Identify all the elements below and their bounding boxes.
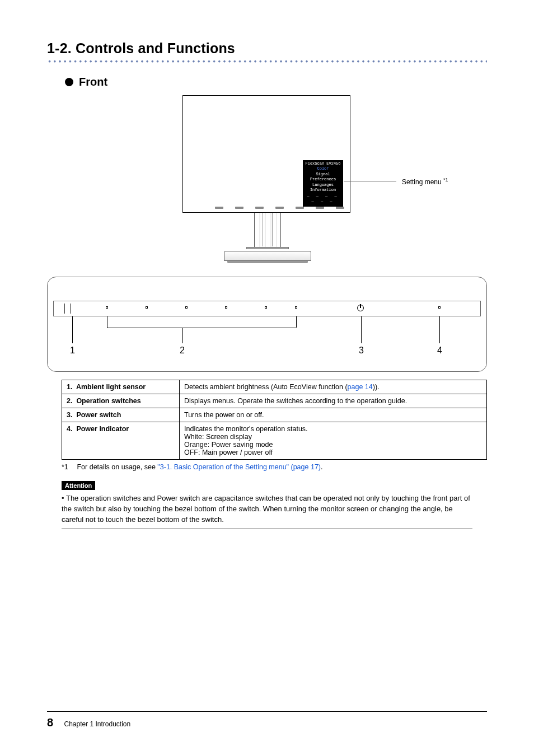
osd-item: Languages [305, 183, 341, 188]
bullet-icon [65, 78, 73, 86]
subsection-heading: Front [79, 76, 107, 88]
operation-switch-icon [146, 306, 148, 309]
page-footer: 8 Chapter 1 Introduction [47, 711, 487, 729]
row-desc-line: Orange: Power saving mode [184, 441, 482, 449]
ambient-light-sensor-icon [57, 302, 73, 315]
row-num: 2. [67, 397, 72, 405]
row-desc: Turns the power on or off. [180, 408, 487, 422]
osd-item: Signal [305, 172, 341, 177]
callout-number: 2 [180, 346, 185, 356]
callout-line [182, 328, 183, 343]
operation-switch-icon [185, 306, 188, 309]
callout-number: 3 [359, 346, 364, 356]
osd-item: Preferences [305, 177, 341, 182]
osd-callout-sup: *1 [443, 177, 448, 183]
row-name: Power switch [76, 411, 121, 419]
page-link[interactable]: page 14 [348, 383, 373, 391]
dotted-divider [47, 59, 487, 63]
table-row: 3. Power switch Turns the power on or of… [62, 408, 487, 422]
chapter-name: Chapter 1 Introduction [64, 720, 130, 728]
callout-line [107, 316, 107, 328]
footnote-text: . [321, 463, 322, 471]
callout-line [439, 316, 440, 343]
callout-number: 1 [70, 346, 75, 356]
osd-item: Color [305, 166, 341, 171]
monitor-stand [224, 251, 311, 261]
bezel-figure: 1 2 3 4 [47, 277, 487, 372]
row-name: Power indicator [76, 425, 129, 433]
row-desc: Detects ambient brightness (Auto EcoView… [184, 383, 348, 391]
row-num: 3. [67, 411, 72, 419]
monitor-outline: FlexScan EV2456 Color Signal Preferences… [182, 95, 350, 213]
section-heading: 1-2. Controls and Functions [47, 40, 487, 57]
power-indicator-icon [438, 306, 441, 309]
power-switch-icon [357, 305, 364, 311]
osd-item: Information [305, 188, 341, 193]
monitor-stand-foot [227, 261, 308, 263]
row-desc-line: Indicates the monitor's operation status… [184, 425, 482, 433]
osd-bottom-row: — — — — — — — [305, 194, 341, 205]
osd-callout-label: Setting menu *1 [402, 177, 448, 186]
controls-table: 1. Ambient light sensor Detects ambient … [62, 380, 487, 460]
row-num: 4. [67, 425, 72, 433]
table-row: 1. Ambient light sensor Detects ambient … [62, 380, 487, 394]
row-desc-line: White: Screen display [184, 433, 482, 441]
row-name: Operation switches [76, 397, 140, 405]
row-name: Ambient light sensor [76, 383, 146, 391]
row-desc: Displays menus. Operate the switches acc… [180, 394, 487, 408]
callout-line [107, 328, 296, 328]
attention-label: Attention [62, 481, 95, 490]
footnote: *1 For details on usage, see "3-1. Basic… [62, 463, 487, 471]
attention-body: The operation switches and Power switch … [62, 493, 472, 529]
operation-switch-icon [225, 306, 227, 309]
row-desc-line: OFF: Main power / power off [184, 449, 482, 456]
callout-number: 4 [437, 346, 442, 356]
callout-line [361, 316, 362, 343]
table-row: 2. Operation switches Displays menus. Op… [62, 394, 487, 408]
page-number: 8 [47, 716, 53, 729]
attention-text: The operation switches and Power switch … [62, 494, 470, 524]
osd-callout-text: Setting menu [402, 178, 442, 186]
osd-callout-line [344, 181, 396, 181]
row-desc: )). [373, 383, 380, 391]
monitor-neck-plate [246, 247, 289, 249]
page-link[interactable]: "3-1. Basic Operation of the Setting men… [157, 463, 321, 471]
operation-switch-icon [295, 306, 297, 309]
osd-menu: FlexScan EV2456 Color Signal Preferences… [303, 160, 343, 207]
footnote-text: For details on usage, see [77, 463, 157, 471]
osd-title: FlexScan EV2456 [305, 161, 341, 166]
bezel-strip [53, 301, 481, 316]
monitor-figure: FlexScan EV2456 Color Signal Preferences… [47, 95, 487, 274]
monitor-neck [254, 213, 281, 248]
operation-switch-icon [106, 306, 108, 309]
row-num: 1. [67, 383, 72, 391]
table-row: 4. Power indicator Indicates the monitor… [62, 422, 487, 460]
footnote-num: *1 [62, 463, 75, 471]
callout-line [72, 316, 73, 343]
osd-button-row [189, 207, 344, 211]
operation-switch-icon [265, 306, 267, 309]
callout-line [296, 316, 297, 328]
